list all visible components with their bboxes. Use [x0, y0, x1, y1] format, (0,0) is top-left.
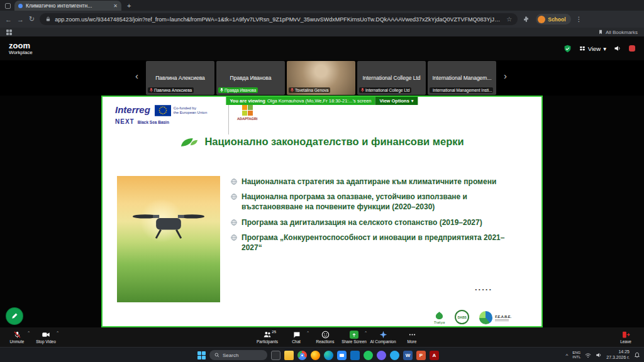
list-item: Програма за дигитализация на селското ст… — [231, 217, 525, 228]
participant-tile[interactable]: International College Ltd International … — [357, 61, 426, 95]
viber-icon[interactable] — [377, 351, 386, 360]
participant-name: International College Ltd — [360, 75, 423, 81]
adaptagri-logo: ADAPTAGRI — [237, 105, 257, 121]
video-caret-icon[interactable]: ^ — [57, 331, 58, 334]
chat-button[interactable]: ^ Chat — [282, 331, 311, 344]
whatsapp-icon[interactable] — [364, 351, 373, 360]
participant-badge: Tsvetalina Genova — [289, 87, 330, 93]
forward-icon[interactable]: → — [17, 16, 24, 23]
all-bookmarks-button[interactable]: All Bookmarks — [598, 30, 638, 35]
extensions-puzzle-icon[interactable] — [523, 16, 530, 23]
task-view-icon[interactable] — [271, 351, 280, 360]
share-screen-button[interactable]: ^ Share Screen — [340, 331, 369, 344]
strip-prev-icon[interactable]: ‹ — [135, 71, 138, 80]
participant-badge: Правда Иванова — [218, 87, 258, 93]
list-item: Националната стратегия за адаптиране към… — [231, 177, 525, 187]
start-button[interactable] — [197, 351, 206, 359]
language-indicator[interactable]: ENGINTL — [572, 351, 580, 359]
file-explorer-icon[interactable] — [284, 351, 294, 360]
new-tab-button[interactable]: + — [127, 2, 131, 9]
annotate-pen-button[interactable] — [6, 308, 23, 324]
speaker-icon[interactable] — [614, 45, 621, 52]
browser-address-bar: ← → ↻ app.zoom.us/wc/93447485423/join?re… — [0, 11, 644, 28]
participant-name: International Managem... — [430, 75, 494, 81]
telegram-icon[interactable] — [390, 351, 399, 360]
chrome-icon[interactable] — [297, 351, 307, 360]
word-icon[interactable]: W — [403, 351, 413, 360]
smiley-icon — [321, 331, 330, 339]
acrobat-icon[interactable]: A — [430, 351, 439, 360]
view-options-button[interactable]: View Options ▾ — [375, 97, 418, 105]
viewing-subject: Olga Kornauhova (Mo,We,Fr 18:30-21:...'s… — [267, 98, 372, 104]
eu-flag-icon — [155, 105, 171, 116]
interreg-logo: Interreg Co-funded by the European — [115, 104, 207, 125]
taskbar-clock[interactable]: 14:2527.3.2026 г. — [606, 349, 630, 361]
eu-cofunded-line2: the European Union — [174, 111, 207, 114]
slide-title-row: Национално законодателство и финансови м… — [103, 136, 541, 148]
video-strip: ‹ Павлина Алексиева Павлина Алексиева Пр… — [0, 60, 644, 96]
outlook-icon[interactable] — [350, 351, 360, 360]
unmute-button[interactable]: ^ Unmute — [3, 331, 31, 344]
viewing-banner: You are viewing Olga Kornauhova (Mo,We,F… — [226, 97, 418, 105]
tab-search-icon[interactable] — [5, 3, 11, 9]
site-info-icon[interactable] — [45, 16, 51, 22]
firefox-icon[interactable] — [311, 351, 320, 360]
zoom-toolbar: ^ Unmute ^ Stop Video 25 Participants ^ … — [0, 327, 644, 347]
muted-mic-icon — [291, 88, 294, 92]
drone-field-image — [117, 176, 220, 302]
chat-caret-icon[interactable]: ^ — [307, 331, 309, 334]
strip-next-icon[interactable]: › — [504, 71, 507, 80]
url-text: app.zoom.us/wc/93447485423/join?ref_from… — [55, 16, 502, 23]
view-button[interactable]: View ▾ — [579, 45, 606, 52]
apps-grid-icon[interactable] — [6, 30, 12, 35]
globe-bullet-icon — [231, 219, 237, 226]
list-item: Програма „Конкурентоспособност и иноваци… — [231, 233, 525, 253]
participant-tile[interactable]: Правда Иванова Правда Иванова — [216, 61, 285, 95]
profile-chip[interactable]: School — [536, 14, 570, 25]
participant-tile[interactable]: Павлина Алексиева Павлина Алексиева — [146, 61, 214, 95]
mic-caret-icon[interactable]: ^ — [28, 331, 30, 334]
bookmark-star-icon[interactable]: ☆ — [506, 16, 512, 23]
drone-icon — [130, 209, 208, 248]
share-screen-icon — [350, 331, 358, 339]
tray-expand-icon[interactable]: ^ — [565, 353, 568, 358]
wifi-icon[interactable] — [585, 353, 591, 358]
globe-bullet-icon — [231, 178, 237, 185]
interreg-wordmark: Interreg — [115, 104, 150, 115]
list-item: Национална програма за опазване, устойчи… — [231, 192, 525, 212]
powerpoint-icon[interactable]: P — [416, 351, 426, 360]
tab-close-icon[interactable]: ✕ — [113, 3, 118, 9]
participants-button[interactable]: 25 Participants — [253, 331, 282, 344]
shared-screen-stage: You are viewing Olga Kornauhova (Mo,We,F… — [0, 96, 644, 327]
stop-video-button[interactable]: ^ Stop Video — [31, 331, 60, 344]
participant-tile[interactable]: Tsvetalina Genova — [287, 61, 355, 95]
zoom-app-icon[interactable] — [337, 351, 347, 360]
participant-tile[interactable]: International Managem... International M… — [428, 61, 496, 95]
presentation-slide: Interreg Co-funded by the European — [101, 96, 543, 327]
edge-icon[interactable] — [324, 351, 333, 360]
leaf-icon — [180, 136, 199, 148]
share-caret-icon[interactable]: ^ — [365, 331, 367, 334]
view-caret-icon: ▾ — [603, 45, 606, 52]
taskbar-search[interactable]: Search — [209, 350, 267, 360]
zoom-header: zoom Workplace View ▾ — [0, 36, 644, 60]
browser-tab[interactable]: Климатично интелигентн... ✕ — [14, 1, 121, 11]
recording-indicator-icon[interactable] — [629, 45, 635, 52]
more-button[interactable]: More — [397, 331, 426, 344]
zoom-logo-text: zoom — [9, 41, 33, 50]
browser-menu-icon[interactable]: ⋮ — [576, 16, 582, 23]
notification-bell-icon[interactable] — [634, 352, 640, 358]
ai-sparkle-icon — [379, 331, 387, 339]
more-dots-icon — [408, 331, 416, 339]
chat-icon — [292, 331, 301, 339]
reactions-button[interactable]: Reactions — [311, 331, 340, 344]
ai-companion-button[interactable]: AI Companion — [369, 331, 397, 344]
leave-button[interactable]: Leave — [611, 331, 640, 344]
reload-icon[interactable]: ↻ — [29, 15, 35, 23]
muted-mic-icon — [361, 88, 364, 92]
back-icon[interactable]: ← — [5, 16, 12, 23]
volume-icon[interactable] — [596, 352, 602, 358]
url-field[interactable]: app.zoom.us/wc/93447485423/join?ref_from… — [40, 13, 518, 25]
security-shield-icon[interactable] — [564, 45, 572, 53]
globe-bullet-icon — [231, 194, 237, 200]
